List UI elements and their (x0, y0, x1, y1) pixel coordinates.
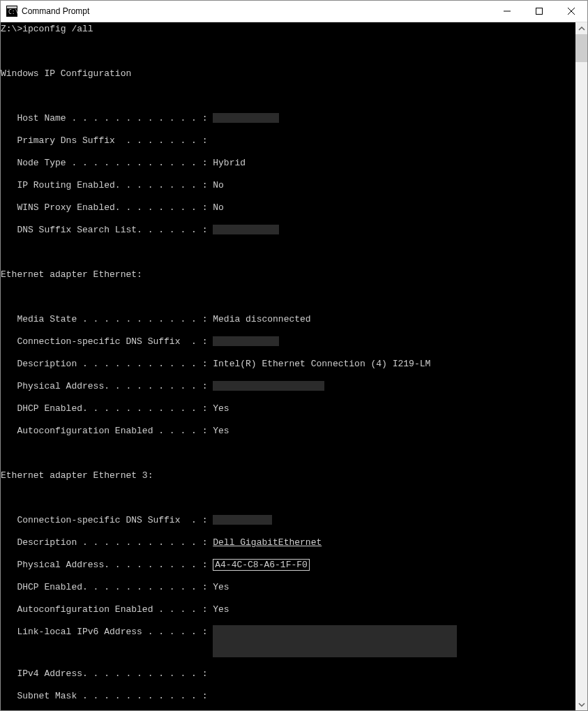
command-prompt-window: C:\ Command Prompt Z:\>ipconfig /all Win… (0, 0, 588, 711)
scrollbar-down-button[interactable] (575, 698, 587, 710)
section-header-windows-ip: Windows IP Configuration (1, 68, 575, 80)
eth3-dhcp-value: Yes (213, 582, 229, 592)
host-name-label: Host Name . . . . . . . . . . . . : (1, 113, 213, 124)
svg-rect-4 (536, 8, 543, 15)
eth3-dns-suffix-label: Connection-specific DNS Suffix . : (1, 515, 213, 525)
eth-auto-value: Yes (213, 426, 229, 436)
eth-media-value: Media disconnected (213, 314, 310, 324)
eth3-phys-label: Physical Address. . . . . . . . . : (1, 560, 213, 570)
section-header-ethernet: Ethernet adapter Ethernet: (1, 269, 575, 280)
eth3-ipv6-block-redacted (213, 625, 457, 657)
eth3-desc-value: Dell GigabitEthernet (213, 537, 322, 548)
maximize-button[interactable] (523, 1, 555, 22)
scrollbar-up-button[interactable] (575, 22, 587, 34)
scrollbar-track[interactable] (575, 34, 587, 698)
eth3-dns-suffix-redacted (213, 515, 272, 525)
dns-search-redacted (213, 225, 279, 234)
ip-routing-value: No (213, 180, 224, 190)
section-header-ethernet3: Ethernet adapter Ethernet 3: (1, 470, 575, 481)
eth3-subnet-label: Subnet Mask . . . . . . . . . . . : (1, 691, 213, 701)
primary-dns-label: Primary Dns Suffix . . . . . . . : (1, 135, 213, 146)
minimize-button[interactable] (491, 1, 523, 22)
host-name-redacted (213, 113, 279, 123)
prompt-path: Z:\> (1, 24, 22, 34)
eth3-desc-label: Description . . . . . . . . . . . : (1, 537, 213, 548)
eth3-dhcp-label: DHCP Enabled. . . . . . . . . . . : (1, 582, 213, 592)
eth-media-label: Media State . . . . . . . . . . . : (1, 314, 213, 324)
eth3-phys-value: A4-4C-C8-A6-1F-F0 (213, 559, 310, 571)
scrollbar-thumb[interactable] (575, 34, 587, 62)
eth3-auto-label: Autoconfiguration Enabled . . . . : (1, 604, 213, 615)
close-button[interactable] (555, 1, 587, 22)
eth3-ll-ipv6-label: Link-local IPv6 Address . . . . . : (1, 627, 213, 637)
eth-dns-suffix-label: Connection-specific DNS Suffix . : (1, 336, 213, 347)
titlebar[interactable]: C:\ Command Prompt (1, 1, 587, 22)
wins-proxy-label: WINS Proxy Enabled. . . . . . . . : (1, 202, 213, 213)
terminal-output[interactable]: Z:\>ipconfig /all Windows IP Configurati… (1, 22, 575, 710)
node-type-label: Node Type . . . . . . . . . . . . : (1, 158, 213, 168)
window-title: Command Prompt (22, 6, 89, 16)
eth-dns-suffix-redacted (213, 336, 279, 346)
wins-proxy-value: No (213, 202, 224, 213)
eth-dhcp-value: Yes (213, 403, 229, 414)
eth-phys-redacted (213, 381, 324, 391)
dns-search-label: DNS Suffix Search List. . . . . . : (1, 225, 213, 235)
svg-rect-1 (7, 6, 17, 8)
eth-auto-label: Autoconfiguration Enabled . . . . : (1, 426, 213, 436)
node-type-value: Hybrid (213, 158, 246, 168)
eth3-ipv4-label: IPv4 Address. . . . . . . . . . . : (1, 668, 213, 679)
ip-routing-label: IP Routing Enabled. . . . . . . . : (1, 180, 213, 190)
vertical-scrollbar[interactable] (575, 22, 587, 710)
prompt-command: ipconfig /all (22, 24, 93, 34)
client-area: Z:\>ipconfig /all Windows IP Configurati… (1, 22, 587, 710)
eth-desc-label: Description . . . . . . . . . . . : (1, 359, 213, 369)
cmd-icon: C:\ (6, 6, 17, 17)
eth-desc-value: Intel(R) Ethernet Connection (4) I219-LM (213, 359, 430, 369)
eth3-auto-value: Yes (213, 604, 229, 615)
eth-dhcp-label: DHCP Enabled. . . . . . . . . . . : (1, 403, 213, 414)
eth-phys-label: Physical Address. . . . . . . . . : (1, 381, 213, 391)
svg-text:C:\: C:\ (8, 9, 17, 15)
